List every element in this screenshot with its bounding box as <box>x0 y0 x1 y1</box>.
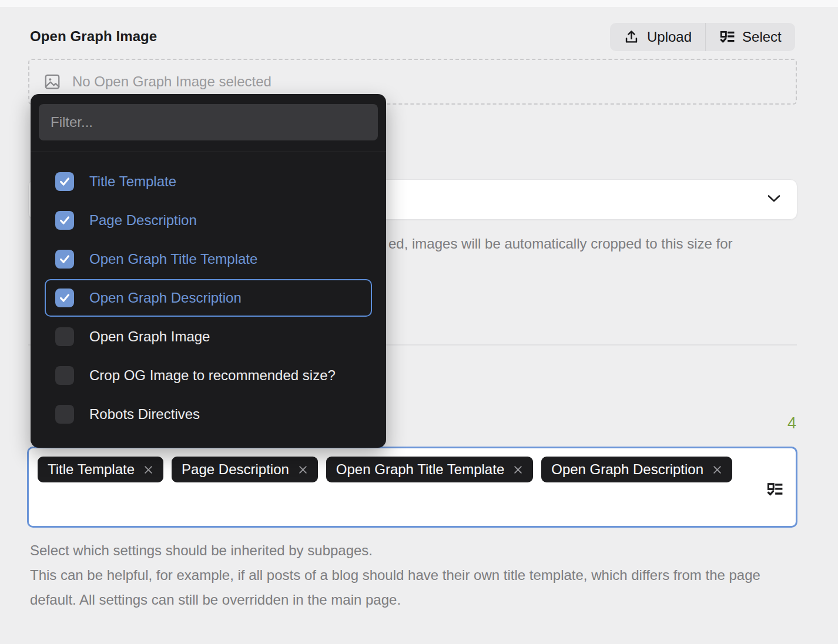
checkbox-icon[interactable] <box>55 327 74 346</box>
remove-tag-icon[interactable] <box>143 465 153 475</box>
remove-tag-icon[interactable] <box>712 465 722 475</box>
dropdown-option-label: Open Graph Title Template <box>89 251 257 267</box>
upload-button[interactable]: Upload <box>610 23 705 51</box>
og-image-field-label: Open Graph Image <box>30 28 157 45</box>
image-placeholder-icon <box>43 73 61 90</box>
upload-icon <box>624 29 639 45</box>
crop-help-text: ed, images will be automatically cropped… <box>388 236 733 252</box>
og-image-actions: Upload Select <box>610 23 795 51</box>
checkbox-icon[interactable] <box>55 405 74 424</box>
selected-setting-tag: Page Description <box>172 457 318 482</box>
checkbox-icon[interactable] <box>55 366 74 385</box>
dropdown-option[interactable]: Crop OG Image to recommended size? <box>45 357 372 394</box>
checkbox-icon[interactable] <box>55 211 74 230</box>
select-button-label: Select <box>742 29 782 45</box>
selected-setting-tag: Open Graph Title Template <box>326 457 533 482</box>
dropdown-option-label: Crop OG Image to recommended size? <box>89 367 336 384</box>
selected-setting-tag: Open Graph Description <box>541 457 732 482</box>
select-button[interactable]: Select <box>706 23 795 51</box>
seo-settings-panel: Open Graph Image Upload <box>0 0 838 644</box>
dropdown-option[interactable]: Open Graph Image <box>45 318 372 355</box>
dropdown-option-list: Title Template Page Description Open <box>39 163 378 433</box>
help-line-1: Select which settings should be inherite… <box>30 538 801 563</box>
filter-input[interactable] <box>39 104 378 140</box>
checkbox-icon[interactable] <box>55 172 74 191</box>
dropdown-option-label: Open Graph Description <box>89 290 242 306</box>
dropdown-option-label: Title Template <box>89 173 176 190</box>
dropdown-option-label: Robots Directives <box>89 406 200 422</box>
dropdown-option[interactable]: Page Description <box>45 202 372 239</box>
selected-setting-tag: Title Template <box>38 457 163 482</box>
checkbox-icon[interactable] <box>55 250 74 269</box>
dropdown-option[interactable]: Open Graph Description <box>45 279 372 317</box>
dropdown-option-label: Open Graph Image <box>89 328 210 345</box>
remove-tag-icon[interactable] <box>298 465 308 475</box>
tag-label: Page Description <box>182 461 289 478</box>
remove-tag-icon[interactable] <box>513 465 523 475</box>
dropdown-option[interactable]: Robots Directives <box>45 395 372 433</box>
selected-count: 4 <box>787 414 799 432</box>
og-image-empty-text: No Open Graph Image selected <box>72 73 271 90</box>
checkbox-icon[interactable] <box>55 289 74 307</box>
select-list-icon <box>719 29 735 45</box>
tag-label: Open Graph Title Template <box>336 461 504 478</box>
dropdown-option-label: Page Description <box>89 212 197 229</box>
help-line-2: This can be helpful, for example, if all… <box>30 563 801 612</box>
dropdown-divider <box>31 152 386 152</box>
dropdown-option[interactable]: Title Template <box>45 163 372 200</box>
inherited-settings-help: Select which settings should be inherite… <box>30 538 801 612</box>
upload-button-label: Upload <box>647 29 692 45</box>
dropdown-option[interactable]: Open Graph Title Template <box>45 240 372 278</box>
open-picker-icon[interactable] <box>766 481 783 500</box>
tag-label: Title Template <box>48 461 135 478</box>
tag-label: Open Graph Description <box>551 461 703 478</box>
top-section-edge <box>0 0 838 7</box>
inherited-settings-field[interactable]: Title Template Page Description Open G <box>27 447 797 528</box>
chevron-down-icon <box>767 194 781 206</box>
settings-picker-dropdown: Title Template Page Description Open <box>31 94 386 448</box>
